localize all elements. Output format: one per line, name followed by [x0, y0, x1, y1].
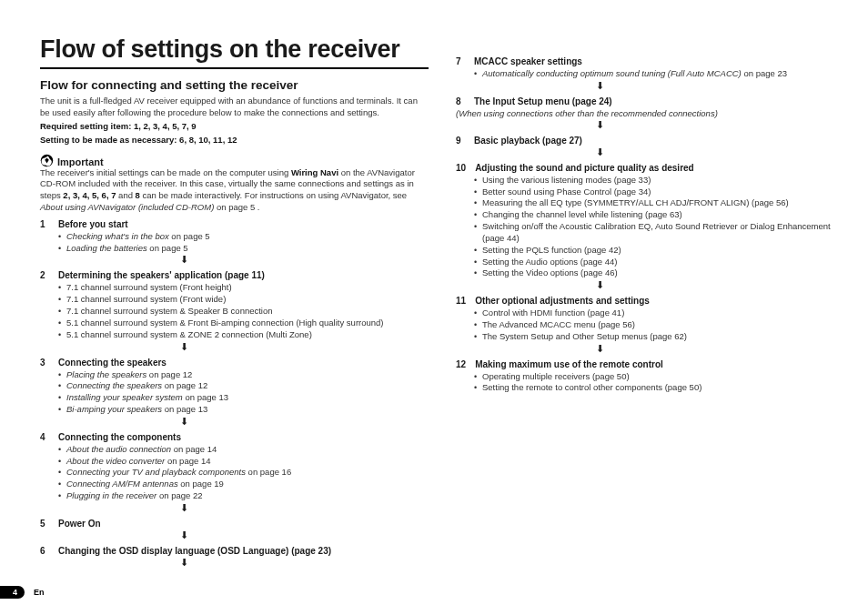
list-item-text: Setting the PQLS function (page 42) — [482, 245, 621, 255]
list-item-text: on page 13 — [183, 392, 228, 402]
step-title: Power On — [58, 519, 101, 529]
list-item-text: Better sound using Phase Control (page 3… — [482, 187, 651, 197]
step-title: Connecting the components — [58, 432, 181, 442]
list-item-text: 7.1 channel surround system (Front heigh… — [66, 282, 232, 292]
step-title: Connecting the speakers — [58, 358, 167, 368]
list-item-text: Control with HDMI function (page 41) — [482, 308, 624, 318]
list-item-text: on page 23 — [742, 68, 787, 78]
important-text: The receiver's initial settings can be m… — [40, 167, 429, 214]
list-item-text: Operating multiple receivers (page 50) — [482, 371, 630, 381]
list-item: Checking what's in the box on page 5 — [58, 231, 429, 243]
list-item-italic: About the audio connection — [66, 444, 171, 454]
list-item: Automatically conducting optimum sound t… — [474, 68, 844, 80]
step-bullets: Checking what's in the box on page 5Load… — [58, 231, 429, 255]
step-bullets: About the audio connection on page 14Abo… — [58, 444, 429, 502]
step-number: 1 — [40, 219, 49, 229]
list-item-text: on page 22 — [156, 490, 202, 500]
list-item: 7.1 channel surround system (Front wide) — [58, 294, 429, 306]
down-arrow-icon: ⬇ — [180, 530, 429, 540]
imp-tail: on page 5 . — [214, 202, 259, 212]
list-item: 5.1 channel surround system & ZONE 2 con… — [58, 329, 429, 341]
step-number: 3 — [40, 358, 49, 368]
list-item-italic: Plugging in the receiver — [66, 490, 156, 500]
down-arrow-icon: ⬇ — [596, 344, 844, 354]
step-number: 5 — [40, 519, 49, 529]
step-heading: 9Basic playback (page 27) — [456, 136, 844, 146]
step-title: Other optional adjustments and settings — [475, 296, 650, 306]
list-item-text: on page 14 — [171, 444, 217, 454]
step-bullets: Control with HDMI function (page 41)The … — [474, 308, 844, 342]
step-note: (When using connections other than the r… — [456, 108, 844, 118]
list-item-italic: About the video converter — [66, 456, 165, 466]
step-title: Making maximum use of the remote control — [475, 359, 663, 369]
list-item-text: on page 12 — [162, 380, 207, 390]
list-item: The Advanced MCACC menu (page 56) — [474, 319, 844, 331]
step-heading: 5Power On — [40, 519, 429, 529]
step-bullets: 7.1 channel surround system (Front heigh… — [58, 282, 429, 340]
list-item-text: The Advanced MCACC menu (page 56) — [482, 319, 635, 329]
list-item-text: on page 14 — [165, 456, 210, 466]
optional-line: Setting to be made as necessary: 6, 8, 1… — [40, 135, 429, 146]
step-number: 4 — [40, 432, 49, 442]
required-label: Required setting item — [40, 121, 128, 131]
list-item-italic: Loading the batteries — [66, 243, 147, 253]
step-heading: 4Connecting the components — [40, 432, 429, 442]
step-title: Before you start — [58, 219, 128, 229]
important-icon — [40, 154, 54, 167]
step-number: 10 — [456, 163, 466, 173]
step-heading: 6Changing the OSD display language (OSD … — [40, 546, 429, 556]
important-label: Important — [57, 156, 104, 167]
list-item-text: Setting the remote to control other comp… — [482, 382, 701, 392]
list-item: Control with HDMI function (page 41) — [474, 308, 844, 319]
title-rule — [40, 67, 429, 69]
step-heading: 2Determining the speakers' application (… — [40, 270, 429, 280]
list-item: Better sound using Phase Control (page 3… — [474, 187, 844, 198]
list-item: 7.1 channel surround system (Front heigh… — [58, 282, 429, 294]
down-arrow-icon: ⬇ — [596, 120, 844, 130]
list-item: Setting the PQLS function (page 42) — [474, 245, 844, 257]
imp-c: and — [116, 190, 135, 200]
step-heading: 3Connecting the speakers — [40, 358, 429, 368]
list-item-text: Using the various listening modes (page … — [482, 175, 651, 185]
list-item: Connecting your TV and playback componen… — [58, 467, 429, 479]
step-number: 2 — [40, 270, 49, 280]
list-item-italic: Automatically conducting optimum sound t… — [482, 68, 742, 78]
step-number: 9 — [456, 136, 465, 146]
list-item-italic: Connecting your TV and playback componen… — [66, 467, 246, 477]
list-item-italic: Bi-amping your speakers — [66, 404, 162, 414]
step-heading: 1Before you start — [40, 219, 429, 229]
right-column: 7MCACC speaker settingsAutomatically con… — [456, 31, 844, 615]
list-item-text: 7.1 channel surround system & Speaker B … — [66, 306, 273, 316]
step-heading: 8The Input Setup menu (page 24) — [456, 96, 844, 106]
list-item-text: on page 13 — [162, 404, 207, 414]
list-item-text: Setting the Video options (page 46) — [482, 267, 618, 277]
list-item-italic: Checking what's in the box — [66, 231, 169, 241]
section-subtitle: Flow for connecting and setting the rece… — [40, 78, 429, 92]
list-item: Switching on/off the Acoustic Calibratio… — [474, 221, 844, 245]
step-number: 12 — [456, 359, 466, 369]
left-steps: 1Before you startChecking what's in the … — [40, 219, 429, 568]
list-item-italic: Connecting the speakers — [66, 380, 162, 390]
list-item: Changing the channel level while listeni… — [474, 209, 844, 221]
list-item: Setting the Video options (page 46) — [474, 267, 844, 279]
step-title: Changing the OSD display language (OSD L… — [58, 546, 331, 556]
imp-steps: 2, 3, 4, 5, 6, 7 — [63, 190, 116, 200]
list-item: 5.1 channel surround system & Front Bi-a… — [58, 318, 429, 329]
list-item-text: The System Setup and Other Setup menus (… — [482, 331, 687, 341]
optional-values: : 6, 8, 10, 11, 12 — [174, 135, 237, 145]
required-line: Required setting item: 1, 2, 3, 4, 5, 7,… — [40, 121, 429, 133]
down-arrow-icon: ⬇ — [596, 280, 844, 290]
down-arrow-icon: ⬇ — [180, 255, 429, 265]
step-bullets: Operating multiple receivers (page 50)Se… — [474, 371, 844, 395]
step-heading: 7MCACC speaker settings — [456, 56, 844, 66]
step-number: 6 — [40, 546, 49, 556]
right-steps: 7MCACC speaker settingsAutomatically con… — [456, 56, 844, 394]
step-title: MCACC speaker settings — [474, 56, 582, 66]
imp-a: The receiver's initial settings can be m… — [40, 167, 291, 177]
step-bullets: Placing the speakers on page 12Connectin… — [58, 369, 429, 416]
list-item: Placing the speakers on page 12 — [58, 369, 429, 381]
list-item-text: on page 19 — [178, 479, 224, 489]
down-arrow-icon: ⬇ — [180, 558, 429, 568]
list-item-italic: Installing your speaker system — [66, 392, 183, 402]
page-footer: 4 En — [0, 586, 45, 599]
